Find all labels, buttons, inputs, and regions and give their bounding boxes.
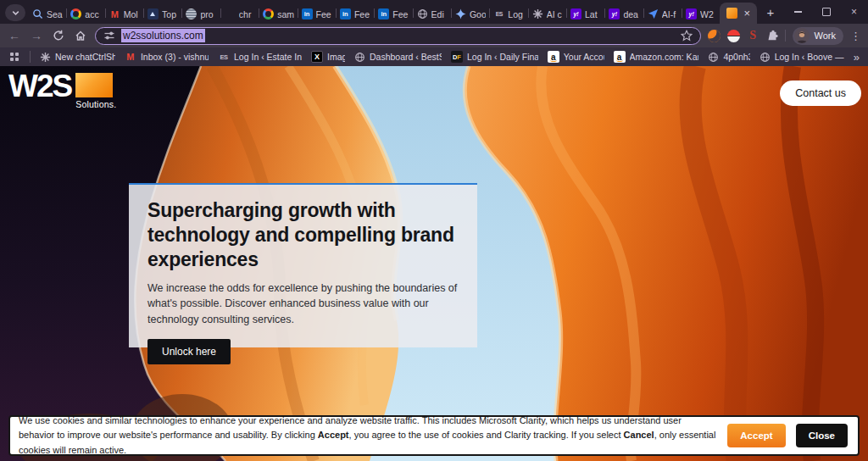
pokeball-extension-icon[interactable] <box>727 30 740 42</box>
amazon-smile <box>616 58 623 62</box>
extensions-puzzle-icon[interactable] <box>766 30 778 42</box>
avatar <box>794 28 810 43</box>
tab-ai-chat[interactable]: AI c <box>529 4 566 24</box>
google-icon <box>263 8 274 19</box>
globe-icon <box>708 52 719 63</box>
tab-google-sam[interactable]: sam <box>259 4 297 24</box>
bookmark-dashboard[interactable]: Dashboard ‹ BestSta... <box>354 52 442 63</box>
contact-us-button[interactable]: Contact us <box>780 81 861 106</box>
bookmark-boove-login[interactable]: Log In ‹ Boove — W... <box>760 52 844 63</box>
close-icon: × <box>851 6 857 18</box>
bookmarks-divider <box>30 51 31 63</box>
reload-button[interactable] <box>51 30 66 42</box>
linkedin-icon: in <box>340 8 351 19</box>
profile-label: Work <box>815 31 836 41</box>
flower-icon <box>40 52 51 63</box>
tab-yahoo-w2s[interactable]: y!W2 <box>682 4 720 24</box>
toolbar-divider <box>785 30 786 42</box>
tab-label: Lat <box>585 9 601 19</box>
minimize-icon <box>794 11 802 12</box>
tab-top[interactable]: Top <box>144 4 181 24</box>
tab-google-account[interactable]: acc <box>67 4 104 24</box>
tab-active-w2ssolutions[interactable]: × <box>720 3 757 24</box>
cookie-accept-button[interactable]: Accept <box>727 424 785 447</box>
bookmark-label: Log In ‹ Boove — W... <box>775 52 844 62</box>
tab-pro[interactable]: pro <box>182 4 220 24</box>
tab-label: Log <box>508 9 524 19</box>
tab-label: Edi <box>431 9 448 19</box>
logo-subtext: Solutions. <box>75 99 116 109</box>
browser-menu-button[interactable]: ⋮ <box>850 30 861 42</box>
s-extension-icon[interactable]: S <box>747 30 760 42</box>
new-tab-button[interactable]: + <box>760 2 781 22</box>
yahoo-icon: y! <box>686 8 697 19</box>
cookie-bold-accept: Accept <box>318 430 349 440</box>
logo-right-block: Solutions. <box>75 73 116 109</box>
window-maximize-button[interactable] <box>812 0 840 24</box>
striped-app-icon <box>186 8 197 19</box>
bookmark-inbox[interactable]: MInbox (3) - vishnu@... <box>125 51 209 63</box>
unlock-here-button[interactable]: Unlock here <box>147 339 231 364</box>
tabs: Sea acc MMol Top pro chr sam inFee inFee… <box>29 3 757 24</box>
address-bar[interactable]: w2ssolutions.com <box>95 27 701 45</box>
tab-label: AI-f <box>662 9 678 19</box>
tab-label: AI c <box>547 9 563 19</box>
paper-plane-icon <box>648 8 659 19</box>
tab-linkedin-feed-2[interactable]: inFee <box>337 4 374 24</box>
bookmark-your-account[interactable]: aYour Account <box>548 51 604 63</box>
tab-linkedin-feed-1[interactable]: inFee <box>298 4 336 24</box>
tab-ai-f[interactable]: AI-f <box>644 4 682 24</box>
tab-label: Sea <box>47 9 63 19</box>
dark-app-icon <box>147 8 159 19</box>
back-button[interactable]: ← <box>7 30 22 42</box>
linkedin-icon: in <box>378 8 389 19</box>
tab-edit[interactable]: Edi <box>414 4 451 24</box>
apps-grid-icon[interactable] <box>8 51 20 63</box>
forward-button[interactable]: → <box>29 30 44 42</box>
tab-chrome[interactable]: chr <box>221 4 259 24</box>
site-settings-icon[interactable] <box>103 30 115 42</box>
flower-icon <box>532 8 543 19</box>
bookmark-label: 4p0nh3Z <box>723 52 749 62</box>
tab-gmail[interactable]: MMol <box>106 4 143 24</box>
tab-linkedin-feed-3[interactable]: inFee <box>375 4 412 24</box>
profile-chip[interactable]: Work <box>793 27 843 45</box>
home-button[interactable] <box>73 30 88 42</box>
tab-login-es[interactable]: ESLog <box>490 4 527 24</box>
cookie-text-2: , you agree to the use of cookies and Cl… <box>349 430 624 440</box>
close-tab-icon[interactable]: × <box>743 8 750 19</box>
tab-google-gemini[interactable]: Goo <box>452 4 489 24</box>
yahoo-icon: y! <box>570 8 581 19</box>
reload-icon <box>53 30 64 42</box>
cookie-close-button[interactable]: Close <box>796 424 848 447</box>
tab-search-button[interactable] <box>5 4 25 21</box>
bookmark-estate-login[interactable]: ESLog In ‹ Estate Inno... <box>218 51 302 63</box>
bookmark-new-chat[interactable]: New chatCtrlShiftO <box>40 52 115 63</box>
home-icon <box>75 30 86 42</box>
bookmark-4p0nh3z[interactable]: 4p0nh3Z <box>708 52 749 63</box>
bookmark-image[interactable]: XImage <box>311 51 345 63</box>
bookmark-label: New chatCtrlShiftO <box>55 52 115 62</box>
tab-label: sam <box>277 9 293 19</box>
tab-search-results[interactable]: Sea <box>29 4 66 24</box>
tab-label: Fee <box>316 9 332 19</box>
cookie-banner: We use cookies and similar technologies … <box>8 415 860 456</box>
bookmark-daily-finance[interactable]: DFLog In ‹ Daily Financ... <box>451 51 538 63</box>
tab-yahoo-deals[interactable]: y!dea <box>605 4 643 24</box>
bookmark-amazon-karol[interactable]: aAmazon.com: Karol G <box>614 51 699 63</box>
url-text[interactable]: w2ssolutions.com <box>121 29 205 42</box>
maximize-icon <box>822 8 831 16</box>
w2s-logo[interactable]: W2S Solutions. <box>8 73 116 109</box>
tab-label: pro <box>200 9 216 19</box>
crescent-extension-icon[interactable] <box>708 30 721 42</box>
bookmarks-overflow-chevron[interactable]: » <box>854 51 860 64</box>
w2s-favicon <box>726 8 737 19</box>
df-icon: DF <box>451 51 463 63</box>
bookmark-star-icon[interactable] <box>681 30 693 42</box>
tab-label: Mol <box>124 9 140 19</box>
toolbar: ← → w2ssolutions.com S Work ⋮ <box>0 24 868 47</box>
tab-yahoo-latest[interactable]: y!Lat <box>567 4 604 24</box>
window-minimize-button[interactable] <box>784 0 812 24</box>
hero-body: We increase the odds for excellence by p… <box>147 280 459 328</box>
window-close-button[interactable]: × <box>840 0 868 24</box>
